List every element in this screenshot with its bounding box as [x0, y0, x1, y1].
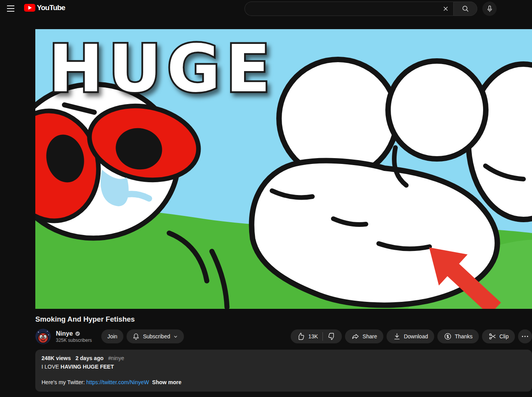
- download-button[interactable]: Download: [386, 329, 434, 343]
- action-buttons: 13K Share Download: [291, 329, 532, 343]
- scissors-icon: [488, 332, 497, 341]
- search-button[interactable]: [453, 2, 477, 16]
- youtube-play-icon: [24, 4, 35, 12]
- search-input-wrap: [244, 2, 453, 16]
- search-bar: [244, 2, 477, 16]
- watch-page-content: HUGE Smoking And Hyper Fetishes Ninye: [35, 29, 532, 392]
- thanks-button[interactable]: Thanks: [437, 329, 479, 343]
- mic-icon: [486, 5, 494, 13]
- share-icon: [351, 332, 360, 341]
- hashtag-link[interactable]: #ninye: [108, 355, 124, 361]
- thanks-icon: [444, 332, 452, 341]
- subscribed-button[interactable]: Subscribed: [127, 329, 184, 343]
- thumbnail-huge-text: HUGE: [49, 31, 276, 107]
- dislike-button[interactable]: [323, 329, 342, 343]
- thumb-down-icon: [328, 332, 336, 341]
- description-line: I LOVE HAVING HUGE FEET: [42, 363, 526, 371]
- bell-icon: [132, 333, 140, 341]
- like-dislike-pill: 13K: [291, 329, 342, 343]
- like-button[interactable]: 13K: [291, 329, 322, 343]
- video-thumbnail: HUGE: [35, 29, 532, 309]
- top-bar: YouTube: [0, 0, 532, 17]
- search-area: [244, 2, 497, 16]
- like-count: 13K: [308, 333, 318, 340]
- description-meta: 248K views 2 days ago #ninye: [42, 354, 526, 362]
- channel-avatar[interactable]: [35, 329, 51, 344]
- description-box[interactable]: 248K views 2 days ago #ninye I LOVE HAVI…: [35, 350, 532, 392]
- verified-badge-icon: [75, 331, 80, 336]
- upload-date: 2 days ago: [75, 355, 103, 361]
- show-more-button[interactable]: Show more: [152, 379, 181, 385]
- thumb-up-icon: [296, 332, 305, 341]
- video-player[interactable]: HUGE: [35, 29, 532, 309]
- video-meta-row: Ninye 325K subscribers Join Subscribed: [35, 328, 532, 345]
- view-count: 248K views: [42, 355, 71, 361]
- search-icon: [461, 5, 470, 13]
- join-button[interactable]: Join: [101, 329, 124, 343]
- youtube-logo[interactable]: YouTube: [24, 3, 65, 12]
- search-input[interactable]: [251, 5, 438, 12]
- channel-name[interactable]: Ninye: [56, 330, 73, 337]
- hamburger-menu-icon[interactable]: [7, 5, 15, 12]
- subscriber-count: 325K subscribers: [56, 338, 92, 343]
- youtube-logo-text: YouTube: [37, 3, 65, 12]
- share-button[interactable]: Share: [345, 329, 383, 343]
- channel-text: Ninye 325K subscribers: [56, 330, 92, 343]
- download-icon: [393, 332, 401, 341]
- video-title: Smoking And Hyper Fetishes: [35, 315, 532, 324]
- voice-search-button[interactable]: [482, 2, 497, 16]
- twitter-link[interactable]: https://twitter.com/NinyeW: [86, 379, 149, 385]
- more-actions-button[interactable]: [518, 329, 532, 343]
- clip-button[interactable]: Clip: [482, 329, 515, 343]
- more-icon: [521, 332, 529, 341]
- chevron-down-icon: [173, 334, 178, 340]
- description-twitter-line: Here's my Twitter: https://twitter.com/N…: [42, 378, 526, 386]
- clear-search-icon[interactable]: [438, 2, 453, 16]
